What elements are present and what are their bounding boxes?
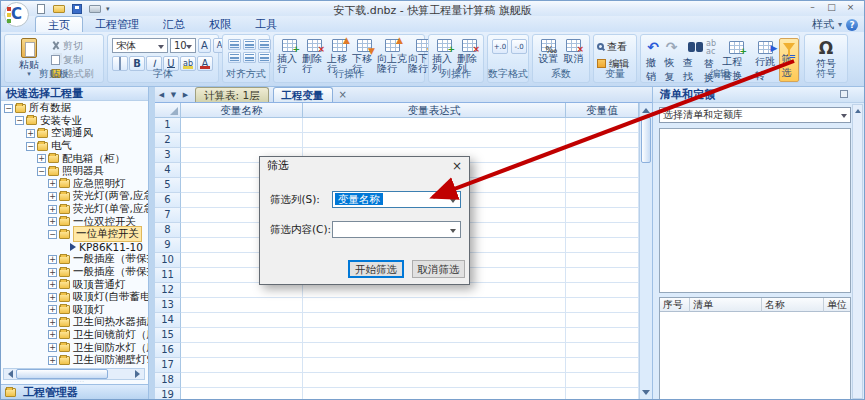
filter-content-combo[interactable] bbox=[332, 221, 461, 238]
tree-item[interactable]: +吸顶普通灯 bbox=[1, 278, 148, 291]
grid-cell[interactable] bbox=[303, 388, 566, 399]
hscroll-thumb[interactable] bbox=[16, 369, 108, 379]
grid-cell[interactable] bbox=[303, 313, 566, 328]
tree-item[interactable]: +卫生间防潮壁灯9wLED bbox=[1, 354, 148, 367]
tree-item[interactable]: +吸顶灯 bbox=[1, 304, 148, 317]
row-number[interactable]: 17 bbox=[155, 358, 181, 373]
tree-item[interactable]: +一般插座（带保护门） bbox=[1, 253, 148, 266]
row-number[interactable]: 14 bbox=[155, 313, 181, 328]
grid-cell[interactable] bbox=[566, 193, 639, 208]
expand-icon[interactable]: + bbox=[48, 343, 57, 352]
row-number[interactable]: 15 bbox=[155, 328, 181, 343]
grow-font-button[interactable]: A bbox=[198, 38, 211, 53]
coefficient-cancel-button[interactable]: ×取消 bbox=[561, 39, 586, 64]
tab-tools[interactable]: 工具 bbox=[243, 16, 289, 32]
row-number[interactable]: 13 bbox=[155, 298, 181, 313]
row-number[interactable]: 6 bbox=[155, 193, 181, 208]
grid-cell[interactable] bbox=[566, 133, 639, 148]
expand-icon[interactable]: + bbox=[48, 318, 57, 327]
tree-item[interactable]: +卫生间热水器插座 bbox=[1, 316, 148, 329]
grid-cell[interactable] bbox=[181, 298, 303, 313]
variable-view-button[interactable]: 查看 bbox=[597, 40, 629, 53]
scroll-up-icon[interactable] bbox=[640, 103, 652, 116]
tree-item[interactable]: +卫生间防水灯（座灯） bbox=[1, 341, 148, 354]
grid-cell[interactable] bbox=[566, 163, 639, 178]
increase-decimal-button[interactable]: +.0 bbox=[492, 39, 508, 54]
grid-cell[interactable] bbox=[566, 328, 639, 343]
align-right-button[interactable] bbox=[258, 52, 271, 63]
tree-item[interactable]: +一般插座（带保护门） bbox=[1, 266, 148, 279]
vscroll-thumb[interactable] bbox=[641, 117, 651, 163]
column-header-variable-value[interactable]: 变量值 bbox=[566, 103, 639, 118]
pin-icon[interactable] bbox=[840, 90, 848, 98]
align-top-button[interactable] bbox=[228, 39, 241, 50]
quota-library-list[interactable] bbox=[659, 128, 851, 293]
copy-button[interactable]: 复制 bbox=[51, 53, 94, 66]
expand-icon[interactable]: + bbox=[48, 192, 57, 201]
grid-cell[interactable] bbox=[566, 148, 639, 163]
style-dropdown-arrow-icon[interactable]: ▾ bbox=[838, 20, 842, 29]
tree-item[interactable]: +应急照明灯 bbox=[1, 178, 148, 191]
expand-icon[interactable]: + bbox=[48, 179, 57, 188]
grid-cell[interactable] bbox=[181, 343, 303, 358]
tab-permissions[interactable]: 权限 bbox=[197, 16, 243, 32]
align-bottom-button[interactable] bbox=[258, 39, 271, 50]
expand-icon[interactable]: + bbox=[48, 356, 57, 365]
row-number[interactable]: 19 bbox=[155, 388, 181, 399]
row-number[interactable]: 16 bbox=[155, 343, 181, 358]
tree-item[interactable]: +荧光灯(单管,应急型) bbox=[1, 203, 148, 216]
grid-cell[interactable] bbox=[303, 133, 566, 148]
tree-item[interactable]: −照明器具 bbox=[1, 165, 148, 178]
grid-cell[interactable] bbox=[303, 283, 566, 298]
grid-cell[interactable] bbox=[181, 133, 303, 148]
tab-scroll-right-icon[interactable]: ▶ bbox=[180, 89, 191, 101]
grid-cell[interactable] bbox=[566, 388, 639, 399]
tab-project-management[interactable]: 工程管理 bbox=[83, 16, 151, 32]
grid-cell[interactable] bbox=[566, 208, 639, 223]
grid-cell[interactable] bbox=[181, 358, 303, 373]
grid-cell[interactable] bbox=[566, 253, 639, 268]
app-logo[interactable]: C bbox=[4, 2, 29, 27]
tab-scroll-left-icon[interactable]: ◀ bbox=[156, 89, 167, 101]
collapse-icon[interactable]: − bbox=[48, 230, 57, 239]
style-menu[interactable]: 样式 bbox=[812, 17, 834, 32]
grid-cell[interactable] bbox=[303, 358, 566, 373]
grid-cell[interactable] bbox=[566, 223, 639, 238]
tree-item[interactable]: +空调通风 bbox=[1, 127, 148, 140]
quota-col-name[interactable]: 名称 bbox=[762, 298, 824, 312]
grid-cell[interactable] bbox=[566, 118, 639, 133]
filter-column-combo[interactable]: 变量名称 bbox=[332, 191, 461, 208]
grid-cell[interactable] bbox=[566, 358, 639, 373]
grid-cell[interactable] bbox=[181, 388, 303, 399]
decrease-decimal-button[interactable]: -.0 bbox=[511, 39, 527, 54]
minimize-button[interactable]: – bbox=[803, 1, 822, 14]
quota-col-list[interactable]: 清单 bbox=[690, 298, 762, 312]
tab-list-icon[interactable]: ▼ bbox=[168, 89, 179, 101]
expand-icon[interactable]: + bbox=[48, 293, 57, 302]
doc-tab-calc-sheet[interactable]: 计算表: 1层 bbox=[195, 87, 269, 102]
grid-cell[interactable] bbox=[303, 118, 566, 133]
cancel-filter-button[interactable]: 取消筛选 bbox=[412, 260, 465, 278]
collapse-icon[interactable]: − bbox=[4, 104, 13, 113]
row-number[interactable]: 2 bbox=[155, 133, 181, 148]
scroll-left-icon[interactable] bbox=[4, 369, 16, 379]
row-number[interactable]: 7 bbox=[155, 208, 181, 223]
row-number[interactable]: 18 bbox=[155, 373, 181, 388]
column-header-variable-name[interactable]: 变量名称 bbox=[181, 103, 303, 118]
doc-tab-project-variables[interactable]: 工程变量 bbox=[273, 87, 333, 102]
row-number[interactable]: 12 bbox=[155, 283, 181, 298]
tree-item[interactable]: +荧光灯(两管,应急型) bbox=[1, 190, 148, 203]
expand-icon[interactable]: + bbox=[48, 280, 57, 289]
tree-item[interactable]: +配电箱（柜） bbox=[1, 152, 148, 165]
expand-icon[interactable]: + bbox=[48, 205, 57, 214]
align-left-button[interactable] bbox=[228, 52, 241, 63]
expand-icon[interactable]: + bbox=[48, 330, 57, 339]
grid-cell[interactable] bbox=[566, 373, 639, 388]
scroll-down-icon[interactable] bbox=[640, 386, 652, 399]
quota-library-combo[interactable]: 选择清单和定额库 bbox=[659, 107, 851, 123]
collapse-icon[interactable]: − bbox=[37, 167, 46, 176]
grid-cell[interactable] bbox=[566, 268, 639, 283]
expand-icon[interactable]: + bbox=[48, 217, 57, 226]
align-center-button[interactable] bbox=[243, 52, 256, 63]
grid-cell[interactable] bbox=[566, 343, 639, 358]
